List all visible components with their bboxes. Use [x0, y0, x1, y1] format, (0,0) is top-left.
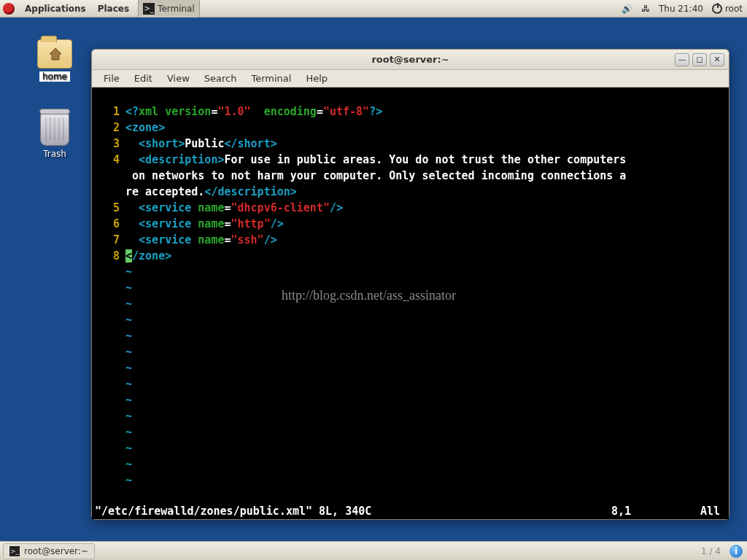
status-filename: "/etc/firewalld/zones/public.xml" 8L, 34… — [95, 505, 371, 518]
terminal-body[interactable]: 1 2 3 4 5 6 7 8 <?xml version="1.0" enco… — [92, 88, 729, 519]
clock[interactable]: Thu 21:40 — [654, 4, 708, 14]
active-app-label: Terminal — [158, 4, 195, 14]
terminal-icon: >_ — [9, 546, 20, 556]
menubar: File Edit View Search Terminal Help — [92, 70, 729, 88]
line-number-gutter: 1 2 3 4 5 6 7 8 — [92, 88, 125, 503]
user-label: root — [725, 4, 743, 14]
titlebar[interactable]: root@server:~ — ◻ ✕ — [92, 50, 729, 70]
trash-icon — [40, 112, 69, 146]
taskbar-entry-label: root@server:~ — [24, 546, 88, 556]
cursor: < — [125, 249, 132, 262]
volume-icon[interactable]: 🔊 — [617, 4, 637, 14]
menu-search[interactable]: Search — [198, 71, 243, 85]
bottom-panel: >_ root@server:~ 1 / 4 i — [0, 541, 747, 560]
places-menu[interactable]: Places — [92, 4, 135, 14]
maximize-button[interactable]: ◻ — [692, 53, 707, 66]
info-icon[interactable]: i — [729, 545, 743, 558]
vim-status-line: "/etc/firewalld/zones/public.xml" 8L, 34… — [92, 503, 729, 519]
menu-edit[interactable]: Edit — [128, 71, 158, 85]
window-title: root@server:~ — [92, 54, 729, 65]
menu-view[interactable]: View — [161, 71, 196, 85]
active-app-indicator[interactable]: >_ Terminal — [138, 0, 200, 18]
power-icon — [712, 4, 722, 14]
menu-file[interactable]: File — [98, 71, 125, 85]
close-button[interactable]: ✕ — [710, 53, 724, 66]
home-label: home — [39, 71, 70, 82]
network-icon[interactable]: 🖧 — [637, 4, 654, 14]
trash[interactable]: Trash — [29, 112, 80, 159]
folder-icon — [37, 39, 72, 69]
workspace-pager-label: 1 / 4 — [701, 546, 725, 556]
applications-menu[interactable]: Applications — [19, 4, 92, 14]
desktop[interactable]: home Trash root@server:~ — ◻ ✕ File Edit… — [0, 18, 747, 541]
home-folder[interactable]: home — [29, 39, 80, 82]
terminal-window: root@server:~ — ◻ ✕ File Edit View Searc… — [91, 49, 729, 520]
user-menu[interactable]: root — [708, 4, 747, 14]
menu-help[interactable]: Help — [300, 71, 333, 85]
top-panel: Applications Places >_ Terminal 🔊 🖧 Thu … — [0, 0, 747, 18]
menu-terminal[interactable]: Terminal — [245, 71, 297, 85]
watermark: http://blog.csdn.net/ass_assinator — [282, 288, 456, 303]
minimize-button[interactable]: — — [675, 53, 689, 66]
status-scroll: All — [700, 505, 720, 518]
trash-label: Trash — [29, 149, 80, 159]
terminal-icon: >_ — [143, 3, 155, 15]
distro-icon — [3, 3, 15, 15]
taskbar-entry[interactable]: >_ root@server:~ — [3, 543, 95, 559]
